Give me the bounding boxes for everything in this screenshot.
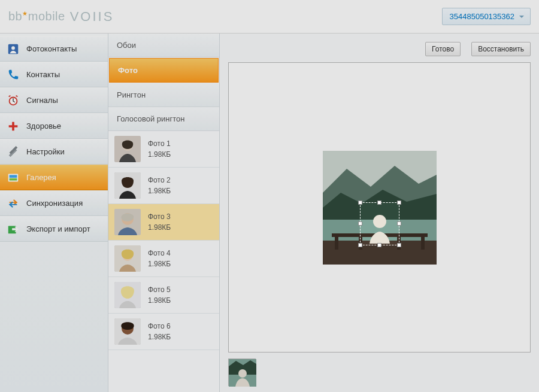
device-dropdown[interactable]: 354485050135362 (442, 8, 531, 25)
settings-icon (6, 145, 20, 159)
sidebar-item-label: Настройки (26, 147, 65, 156)
crop-handle-sw[interactable] (358, 243, 362, 247)
photo-meta: Фото 2 1.98КБ (148, 176, 171, 195)
sidebar-item-export[interactable]: Экспорт и импорт (0, 216, 108, 242)
photo-list-item[interactable]: Фото 5 1.98КБ (108, 277, 219, 314)
alarm-icon (6, 93, 20, 108)
export-icon (6, 222, 20, 236)
photo-name: Фото 6 (148, 322, 171, 330)
crop-handle-w[interactable] (358, 221, 362, 226)
app-header: bb★mobile VOIIS 354485050135362 (0, 0, 539, 34)
sidebar-item-label: Сигналы (26, 96, 58, 105)
crop-selection[interactable] (360, 202, 399, 245)
editor-toolbar: Готово Восстановить (228, 42, 531, 56)
photo-name: Фото 5 (148, 285, 171, 294)
photo-meta: Фото 3 1.98КБ (148, 212, 171, 232)
photo-list-item[interactable]: Фото 2 1.98КБ (108, 168, 219, 204)
svg-rect-5 (10, 175, 17, 178)
phone-icon (6, 68, 20, 82)
sidebar-item-label: Контакты (26, 70, 60, 79)
health-icon (6, 119, 20, 133)
photo-thumbnail (114, 245, 141, 272)
svg-rect-6 (10, 178, 17, 180)
tab-wallpapers[interactable]: Обои (108, 34, 219, 57)
sidebar-item-photocontacts[interactable]: Фотоконтакты (0, 36, 108, 62)
photo-thumbnail (114, 209, 141, 235)
sidebar-item-alarms[interactable]: Сигналы (0, 87, 108, 113)
photo-editor: Готово Восстановить (220, 34, 539, 392)
sidebar-item-gallery[interactable]: Галерея (0, 165, 108, 190)
gallery-tabs: Обои Фото Рингтон Голосовой рингтон (108, 34, 219, 131)
photo-size: 1.98КБ (148, 296, 171, 305)
gallery-icon (6, 171, 20, 185)
done-button[interactable]: Готово (425, 42, 461, 56)
brand-voiis: VOIIS (70, 9, 114, 25)
crop-handle-ne[interactable] (397, 200, 401, 205)
crop-handle-nw[interactable] (358, 200, 362, 205)
photo-size: 1.98КБ (148, 150, 171, 159)
restore-button[interactable]: Восстановить (471, 42, 531, 56)
photo-name: Фото 4 (148, 249, 171, 257)
sidebar: Фотоконтакты Контакты Сигналы Здоровье Н… (0, 34, 108, 392)
photo-list-item[interactable]: Фото 1 1.98КБ (108, 131, 219, 168)
photo-list-item[interactable]: Фото 3 1.98КБ (108, 204, 219, 241)
photo-name: Фото 3 (148, 212, 171, 221)
tab-ringtone[interactable]: Рингтон (108, 83, 219, 107)
brand-text: bb★mobile (8, 10, 65, 23)
photo-name: Фото 2 (148, 176, 171, 184)
svg-point-1 (11, 46, 15, 50)
tab-voice-ringtone[interactable]: Голосовой рингтон (108, 107, 219, 131)
crop-handle-e[interactable] (397, 221, 401, 226)
photo-thumbnail (114, 282, 141, 308)
editor-canvas[interactable] (228, 62, 531, 353)
main-layout: Фотоконтакты Контакты Сигналы Здоровье Н… (0, 34, 539, 392)
photo-size: 1.98КБ (148, 223, 171, 232)
sidebar-item-label: Экспорт и импорт (26, 224, 90, 233)
sidebar-item-label: Синхронизация (26, 199, 83, 208)
photo-contact-icon (6, 42, 20, 56)
photo-list-item[interactable]: Фото 6 1.98КБ (108, 314, 219, 350)
photo-meta: Фото 6 1.98КБ (148, 322, 171, 341)
editor-image (323, 151, 437, 265)
sidebar-item-health[interactable]: Здоровье (0, 113, 108, 139)
photo-size: 1.98КБ (148, 333, 171, 341)
crop-handle-n[interactable] (377, 200, 381, 205)
crop-handle-s[interactable] (377, 243, 381, 247)
photo-size: 1.98КБ (148, 260, 171, 268)
photo-list[interactable]: Фото 1 1.98КБ Фото 2 1.98КБ Фото 3 (108, 131, 219, 392)
photo-size: 1.98КБ (148, 187, 171, 195)
svg-point-31 (238, 369, 247, 378)
sidebar-item-label: Галерея (26, 173, 56, 182)
sidebar-item-label: Фотоконтакты (26, 44, 77, 53)
photo-thumbnail (114, 318, 141, 345)
photo-meta: Фото 5 1.98КБ (148, 285, 171, 305)
brand-logo: bb★mobile VOIIS (8, 9, 114, 25)
photo-meta: Фото 4 1.98КБ (148, 249, 171, 268)
sidebar-item-sync[interactable]: Синхронизация (0, 190, 108, 216)
sidebar-item-label: Здоровье (26, 121, 61, 130)
sidebar-item-contacts[interactable]: Контакты (0, 62, 108, 87)
photo-thumbnail (114, 172, 141, 199)
sidebar-item-settings[interactable]: Настройки (0, 139, 108, 165)
photo-name: Фото 1 (148, 139, 171, 148)
tab-photos[interactable]: Фото (109, 58, 219, 83)
crop-preview-row (228, 358, 531, 386)
photo-meta: Фото 1 1.98КБ (148, 139, 171, 159)
crop-preview (228, 358, 256, 386)
device-id: 354485050135362 (450, 12, 514, 21)
gallery-panel: Обои Фото Рингтон Голосовой рингтон Фото… (108, 34, 220, 392)
crop-handle-se[interactable] (397, 243, 401, 247)
sync-icon (6, 196, 20, 211)
photo-thumbnail (114, 136, 141, 162)
photo-list-item[interactable]: Фото 4 1.98КБ (108, 241, 219, 277)
star-icon: ★ (22, 10, 28, 17)
